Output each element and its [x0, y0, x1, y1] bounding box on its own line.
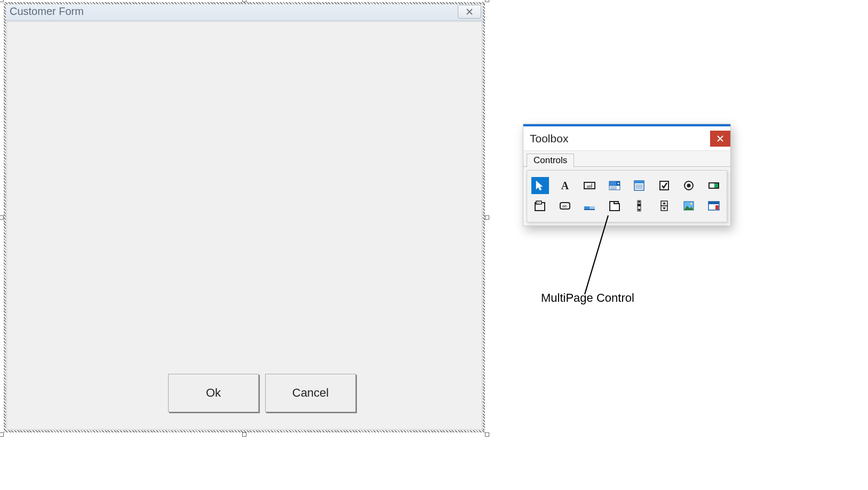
image-icon — [682, 199, 696, 212]
resize-handle-tr[interactable] — [485, 0, 489, 2]
resize-handle-bl[interactable] — [0, 432, 4, 437]
tool-label[interactable]: A — [556, 177, 574, 194]
toolbox-window[interactable]: Toolbox Controls A ab — [523, 124, 731, 226]
svg-rect-10 — [634, 181, 644, 183]
resize-handle-bc[interactable] — [242, 432, 246, 437]
svg-point-36 — [690, 203, 692, 205]
userform-title: Customer Form — [10, 5, 458, 18]
resize-handle-ml[interactable] — [0, 215, 4, 220]
userform-frame: Customer Form Ok Cancel — [4, 2, 485, 432]
listbox-icon — [632, 179, 646, 192]
annotation-line — [583, 215, 620, 294]
svg-rect-30 — [610, 203, 614, 205]
annotation-label: MultiPage Control — [541, 291, 634, 305]
toolbox-close-button[interactable] — [710, 131, 730, 147]
tool-multipage[interactable] — [606, 197, 624, 214]
tool-combobox[interactable] — [606, 177, 624, 194]
toolbox-row-1: A ab — [531, 177, 722, 194]
svg-rect-14 — [660, 181, 668, 190]
multipage-icon — [608, 199, 622, 212]
tool-optionbutton[interactable] — [680, 177, 698, 194]
resize-handle-tc[interactable] — [242, 0, 246, 2]
tool-textbox[interactable]: ab — [581, 177, 599, 194]
resize-handle-tl[interactable] — [0, 0, 4, 2]
checkbox-icon — [657, 179, 671, 192]
tool-tabstrip[interactable] — [581, 197, 599, 214]
svg-rect-6 — [609, 186, 620, 190]
tool-image[interactable] — [680, 197, 698, 214]
userform-close-button[interactable] — [458, 5, 481, 19]
close-icon — [466, 8, 473, 15]
frame-icon: XY — [533, 199, 547, 212]
svg-text:XY: XY — [537, 201, 540, 204]
toolbox-row-2: XY ab — [531, 197, 722, 214]
scrollbar-icon — [632, 199, 646, 212]
userform-body[interactable]: Ok Cancel — [6, 21, 482, 430]
combobox-icon — [608, 179, 622, 192]
textbox-icon: ab — [583, 179, 596, 192]
refedit-icon — [707, 199, 721, 212]
radio-icon — [682, 179, 696, 192]
svg-rect-32 — [638, 204, 641, 206]
spin-icon — [657, 199, 671, 212]
tool-spinbutton[interactable] — [656, 197, 673, 214]
cancel-button[interactable]: Cancel — [265, 374, 356, 412]
userform-designer[interactable]: Customer Form Ok Cancel — [2, 0, 487, 435]
svg-text:ab: ab — [562, 204, 567, 208]
svg-rect-18 — [714, 183, 718, 188]
label-icon: A — [558, 179, 572, 192]
svg-rect-29 — [614, 202, 618, 204]
tool-refedit[interactable] — [705, 197, 723, 214]
tabstrip-icon — [583, 199, 596, 212]
pointer-icon — [533, 179, 547, 192]
toolbox-title: Toolbox — [530, 132, 710, 145]
svg-rect-39 — [715, 205, 719, 210]
tool-select-objects[interactable] — [531, 177, 549, 194]
toolbox-tab-controls[interactable]: Controls — [527, 154, 574, 167]
svg-text:A: A — [561, 180, 569, 191]
tool-togglebutton[interactable] — [705, 177, 723, 194]
toolbox-titlebar[interactable]: Toolbox — [523, 126, 730, 151]
svg-rect-38 — [708, 202, 719, 204]
tool-commandbutton[interactable]: ab — [556, 197, 574, 214]
svg-line-40 — [585, 215, 608, 294]
resize-handle-mr[interactable] — [485, 215, 489, 220]
tool-frame[interactable]: XY — [531, 197, 549, 214]
userform-titlebar[interactable]: Customer Form — [4, 3, 484, 21]
close-icon — [717, 135, 723, 142]
toolbox-tabbar: Controls — [523, 151, 730, 167]
toolbox-controls-panel: A ab — [527, 170, 727, 222]
ok-button[interactable]: Ok — [168, 374, 259, 412]
svg-text:ab: ab — [587, 184, 592, 189]
svg-point-16 — [687, 184, 691, 188]
resize-handle-br[interactable] — [485, 432, 489, 437]
button-icon: ab — [558, 199, 572, 212]
tool-scrollbar[interactable] — [631, 197, 648, 214]
toggle-icon — [707, 179, 721, 192]
tool-listbox[interactable] — [631, 177, 648, 194]
tool-checkbox[interactable] — [656, 177, 673, 194]
